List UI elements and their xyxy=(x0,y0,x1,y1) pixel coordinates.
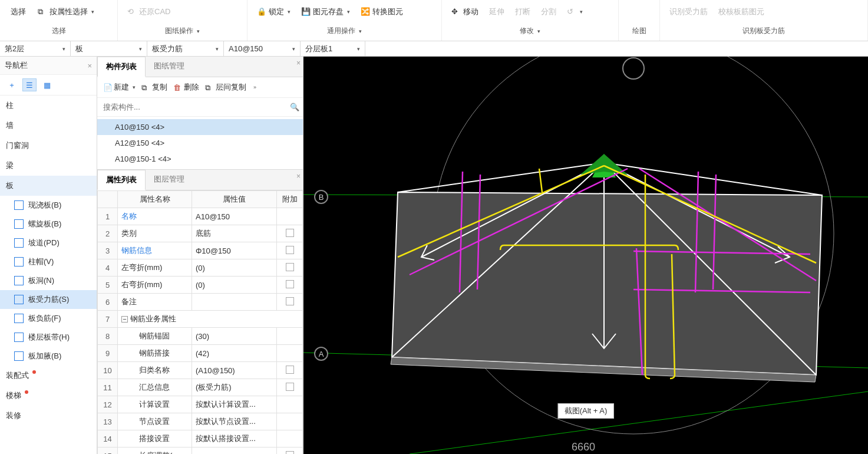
nav-tool-grid[interactable]: ▦ xyxy=(40,78,54,91)
checkbox[interactable] xyxy=(286,366,294,374)
nav-sub-item[interactable]: 螺旋板(B) xyxy=(0,215,97,233)
checkbox[interactable] xyxy=(286,263,294,271)
attr-row[interactable]: 5右弯折(mm)(0) xyxy=(98,277,303,294)
nav-cat-opening[interactable]: 门窗洞 xyxy=(0,136,97,156)
nav-sub-item[interactable]: 柱帽(V) xyxy=(0,252,97,271)
attr-row[interactable]: 13节点设置按默认节点设置... xyxy=(98,413,303,430)
main-area: 导航栏 × + ☰ ▦ 柱 墙 门窗洞 梁 板 现浇板(B)螺旋板(B)坡道(P… xyxy=(0,57,868,454)
attr-value[interactable]: 底筋 xyxy=(192,225,277,242)
component-item[interactable]: A10@150 <4> xyxy=(97,119,303,135)
layer-dropdown[interactable]: 分层板1▾ xyxy=(301,41,365,56)
nav-tool-add[interactable]: + xyxy=(5,78,19,91)
checkbox[interactable] xyxy=(286,246,294,254)
attr-value[interactable]: (A10@150) xyxy=(192,362,277,379)
delete-button[interactable]: 🗑删除 xyxy=(171,81,202,94)
close-icon[interactable]: × xyxy=(296,172,301,180)
split-button[interactable]: 分割 xyxy=(537,4,560,19)
floor-dropdown[interactable]: 第2层▾ xyxy=(0,41,71,56)
checkbox[interactable] xyxy=(286,229,294,237)
filter-icon: ⧉ xyxy=(38,7,47,17)
nav-sub-item[interactable]: 现浇板(B) xyxy=(0,196,97,215)
component-size-dropdown[interactable]: A10@150▾ xyxy=(224,41,301,56)
nav-sub-label: 板洞(N) xyxy=(28,275,54,286)
delete-icon: 🗑 xyxy=(173,83,181,91)
attr-value[interactable] xyxy=(192,448,277,455)
layer-copy-button[interactable]: ⧉层间复制 xyxy=(203,81,249,94)
attr-value[interactable]: 按默认节点设置... xyxy=(192,413,277,430)
component-type-dropdown[interactable]: 板受力筋▾ xyxy=(147,41,224,56)
model-viewport[interactable]: 6660 B A 截图(Alt + A) xyxy=(303,57,868,454)
category-dropdown[interactable]: 板▾ xyxy=(71,41,147,56)
tab-attr-list[interactable]: 属性列表 xyxy=(97,170,146,190)
attr-row[interactable]: 3钢筋信息Φ10@150 xyxy=(98,242,303,259)
nav-cat-stairs[interactable]: 楼梯 xyxy=(0,386,97,406)
attr-row[interactable]: 12计算设置按默认计算设置... xyxy=(98,396,303,413)
break-button[interactable]: 打断 xyxy=(511,4,534,19)
lock-icon: 🔒 xyxy=(257,7,266,17)
checkbox[interactable] xyxy=(286,297,294,305)
attr-row[interactable]: 15长度调整(... xyxy=(98,448,303,455)
nav-cat-assembly[interactable]: 装配式 xyxy=(0,366,97,386)
attr-row[interactable]: 11汇总信息(板受力筋) xyxy=(98,379,303,396)
lock-button[interactable]: 🔒锁定▾ xyxy=(253,4,294,19)
attr-row[interactable]: 10归类名称(A10@150) xyxy=(98,362,303,379)
attr-value[interactable]: Φ10@150 xyxy=(192,242,277,259)
convert-button[interactable]: 🔀转换图元 xyxy=(357,4,407,19)
component-list: A10@150 <4>A12@150 <4>A10@150-1 <4> xyxy=(97,117,303,169)
attr-value[interactable]: 按默认搭接设置... xyxy=(192,430,277,448)
move-button[interactable]: ✥移动 xyxy=(448,4,482,19)
nav-cat-decoration[interactable]: 装修 xyxy=(0,406,97,426)
nav-sub-item[interactable]: 楼层板带(H) xyxy=(0,328,97,347)
attr-value[interactable]: (板受力筋) xyxy=(192,379,277,396)
nav-sub-item[interactable]: 板加腋(B) xyxy=(0,347,97,366)
more-button[interactable]: » xyxy=(250,83,259,91)
component-save-button[interactable]: 💾图元存盘▾ xyxy=(298,4,354,19)
search-icon[interactable]: 🔍 xyxy=(290,103,299,111)
close-icon[interactable]: × xyxy=(87,61,92,70)
new-button[interactable]: 📄新建▾ xyxy=(101,81,138,94)
attr-row[interactable]: 7−钢筋业务属性 xyxy=(98,311,303,328)
attr-value[interactable]: (0) xyxy=(192,277,277,294)
nav-sub-item[interactable]: 板受力筋(S) xyxy=(0,290,97,309)
verify-slab-rebar-button[interactable]: 校核板筋图元 xyxy=(715,4,768,19)
attr-value[interactable]: (0) xyxy=(192,259,277,277)
attr-value[interactable]: (30) xyxy=(192,328,277,345)
extend-button[interactable]: 延伸 xyxy=(486,4,508,19)
attr-row[interactable]: 2类别底筋 xyxy=(98,225,303,242)
nav-cat-column[interactable]: 柱 xyxy=(0,96,97,116)
select-by-attr-button[interactable]: ⧉ 按属性选择▾ xyxy=(34,4,98,19)
search-input[interactable] xyxy=(101,100,290,114)
nav-sub-item[interactable]: 坡道(PD) xyxy=(0,233,97,252)
identify-rebar-button[interactable]: 识别受力筋 xyxy=(666,4,711,19)
checkbox[interactable] xyxy=(286,280,294,288)
attr-value[interactable]: 按默认计算设置... xyxy=(192,396,277,413)
attr-value[interactable] xyxy=(192,294,277,311)
checkbox[interactable] xyxy=(286,383,294,391)
nav-cat-slab[interactable]: 板 xyxy=(0,176,97,196)
attr-row[interactable]: 14搭接设置按默认搭接设置... xyxy=(98,430,303,448)
attr-row[interactable]: 4左弯折(mm)(0) xyxy=(98,259,303,277)
tab-component-list[interactable]: 构件列表 xyxy=(97,57,146,77)
attr-row[interactable]: 9钢筋搭接(42) xyxy=(98,345,303,362)
undo-like-button[interactable]: ↺▾ xyxy=(563,5,586,19)
attr-name: 名称 xyxy=(118,208,192,225)
nav-tool-list[interactable]: ☰ xyxy=(22,78,37,91)
component-item[interactable]: A10@150-1 <4> xyxy=(97,151,303,167)
attr-value[interactable]: A10@150 xyxy=(192,208,277,225)
collapse-icon[interactable]: − xyxy=(121,316,128,323)
restore-cad-button[interactable]: ⟲ 还原CAD xyxy=(124,4,174,19)
nav-sub-item[interactable]: 板洞(N) xyxy=(0,271,97,290)
nav-cat-beam[interactable]: 梁 xyxy=(0,156,97,176)
checkbox[interactable] xyxy=(286,451,294,455)
nav-sub-item[interactable]: 板负筋(F) xyxy=(0,309,97,328)
nav-cat-wall[interactable]: 墙 xyxy=(0,116,97,136)
attr-row[interactable]: 8钢筋锚固(30) xyxy=(98,328,303,345)
close-icon[interactable]: × xyxy=(296,59,301,67)
attr-value[interactable]: (42) xyxy=(192,345,277,362)
tab-drawing-manage[interactable]: 图纸管理 xyxy=(146,57,193,77)
attr-row[interactable]: 6备注 xyxy=(98,294,303,311)
attr-row[interactable]: 1名称A10@150 xyxy=(98,208,303,225)
component-item[interactable]: A12@150 <4> xyxy=(97,135,303,151)
copy-button[interactable]: ⧉复制 xyxy=(139,81,170,94)
tab-layer-manage[interactable]: 图层管理 xyxy=(146,170,193,190)
